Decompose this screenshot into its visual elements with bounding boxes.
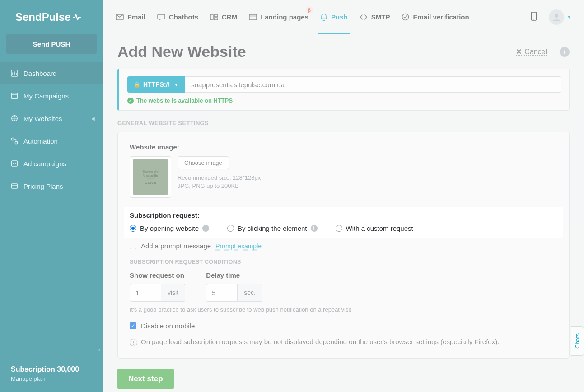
protocol-label: HTTPS:// <box>143 81 169 88</box>
sub-req-label: Subscription request: <box>130 211 557 219</box>
beta-badge: β <box>306 6 313 14</box>
info-icon[interactable]: i <box>202 225 209 232</box>
delay-label: Delay time <box>206 271 262 279</box>
top-tabs: Email Chatbots CRM Landing pagesβ Push S… <box>116 0 469 34</box>
check-circle-icon <box>402 13 409 21</box>
manage-plan-link[interactable]: Manage plan <box>11 375 92 382</box>
radio-label: By opening website <box>140 224 199 232</box>
settings-card: Website image: Savon de Marseille 〰〰 OLI… <box>117 132 570 359</box>
radio-dot-icon <box>130 225 136 232</box>
svg-rect-12 <box>214 18 218 20</box>
tab-verification[interactable]: Email verification <box>402 0 469 34</box>
lock-icon: 🔒 <box>134 81 140 88</box>
image-label: Website image: <box>130 143 557 151</box>
choose-image-button[interactable]: Choose image <box>178 156 229 169</box>
subscription-text: Subscription 30,000 <box>11 365 92 373</box>
sidebar-item-websites[interactable]: My Websites ◀ <box>0 107 103 130</box>
chevron-down-icon: ▼ <box>174 82 178 87</box>
tab-email[interactable]: Email <box>116 0 145 34</box>
prompt-message-checkbox[interactable] <box>130 243 136 249</box>
chevron-down-icon: ▼ <box>567 14 571 19</box>
radio-opening-website[interactable]: By opening website i <box>130 224 209 232</box>
website-url-input[interactable] <box>185 76 561 93</box>
caret-left-icon: ◀ <box>91 116 95 121</box>
warning-icon: ! <box>130 339 137 346</box>
tab-push[interactable]: Push <box>320 0 348 34</box>
tab-label: Landing pages <box>261 13 308 21</box>
mobile-icon[interactable] <box>531 12 537 22</box>
svg-point-6 <box>13 163 14 164</box>
tab-smtp[interactable]: SMTP <box>360 0 390 34</box>
tab-label: SMTP <box>371 13 390 21</box>
delay-column: Delay time sec. <box>206 271 262 302</box>
sidebar-item-label: Dashboard <box>23 70 56 77</box>
send-push-button[interactable]: Send PUSH <box>6 34 97 54</box>
https-status: ✓ The website is available on HTTPS <box>127 97 561 104</box>
sidebar-nav: Dashboard My Campaigns My Websites ◀ Aut… <box>0 62 103 197</box>
image-hint: Recommended size: 128*128px JPG, PNG up … <box>178 174 261 190</box>
tab-landing[interactable]: Landing pagesβ <box>249 0 308 34</box>
collapse-sidebar-icon[interactable]: ‹ <box>98 346 100 353</box>
sidebar-item-campaigns[interactable]: My Campaigns <box>0 84 103 107</box>
topbar-right: ▼ <box>531 9 571 25</box>
globe-icon <box>11 115 23 122</box>
check-icon: ✓ <box>127 98 134 104</box>
show-on-label: Show request on <box>130 271 185 279</box>
info-icon[interactable]: i <box>311 225 318 232</box>
prompt-example-link[interactable]: Prompt example <box>215 243 262 250</box>
show-on-column: Show request on visit <box>130 271 185 302</box>
radio-custom-request[interactable]: With a custom request <box>336 224 413 232</box>
delay-input[interactable] <box>206 284 238 302</box>
sidebar-item-ads[interactable]: Ad campaigns <box>0 152 103 175</box>
svg-point-16 <box>533 19 534 20</box>
visit-unit: visit <box>161 284 185 302</box>
delay-unit: sec. <box>238 284 262 302</box>
close-icon: ✕ <box>516 47 522 56</box>
help-icon[interactable]: i <box>560 47 570 57</box>
chats-tab[interactable]: Chats <box>571 326 584 356</box>
pulse-icon <box>73 13 83 21</box>
prompt-message-label: Add a prompt message <box>141 242 211 250</box>
card-icon <box>11 182 23 190</box>
megaphone-icon <box>11 160 23 167</box>
tab-label: Email verification <box>413 13 469 21</box>
avatar-icon <box>549 9 564 25</box>
cancel-link[interactable]: ✕ Cancel <box>516 47 547 56</box>
tab-label: CRM <box>222 13 237 21</box>
brand-text: SendPulse <box>15 11 71 23</box>
https-status-text: The website is available on HTTPS <box>136 97 233 104</box>
radio-clicking-element[interactable]: By clicking the element i <box>227 224 317 232</box>
cancel-label: Cancel <box>524 48 547 56</box>
sidebar-item-automation[interactable]: Automation <box>0 130 103 152</box>
dashboard-icon <box>11 70 23 77</box>
radio-dot-icon <box>227 225 234 232</box>
svg-rect-8 <box>12 184 18 188</box>
brand-logo[interactable]: SendPulse <box>0 0 103 34</box>
bell-icon <box>320 13 327 21</box>
crm-icon <box>210 14 218 20</box>
tab-chatbots[interactable]: Chatbots <box>157 0 198 34</box>
sidebar-item-label: Ad campaigns <box>23 160 66 168</box>
main-content: Add New Website ✕ Cancel i 🔒 HTTPS:// ▼ … <box>103 34 584 392</box>
svg-rect-11 <box>214 14 218 17</box>
next-step-button[interactable]: Next step <box>117 369 174 389</box>
svg-rect-10 <box>210 14 213 20</box>
visit-input[interactable] <box>130 284 161 302</box>
landing-icon <box>249 14 257 20</box>
user-menu[interactable]: ▼ <box>549 9 571 25</box>
disable-mobile-checkbox[interactable] <box>130 322 136 329</box>
sidebar-item-dashboard[interactable]: Dashboard <box>0 62 103 84</box>
tab-crm[interactable]: CRM <box>210 0 237 34</box>
sidebar-item-label: Automation <box>23 137 58 145</box>
protocol-dropdown[interactable]: 🔒 HTTPS:// ▼ <box>127 76 185 93</box>
sidebar-footer: Subscription 30,000 Manage plan <box>0 358 103 392</box>
topbar: Email Chatbots CRM Landing pagesβ Push S… <box>103 0 584 34</box>
disable-mobile-label: Disable on mobile <box>141 322 195 330</box>
sidebar-item-label: My Websites <box>23 115 62 122</box>
conditions-label: SUBSCRIPTION REQUEST CONDITIONS <box>130 259 557 265</box>
website-image-thumb[interactable]: Savon de Marseille 〰〰 OLIVE <box>130 156 171 198</box>
sidebar-item-label: Pricing Plans <box>23 182 63 190</box>
radio-dot-icon <box>336 225 342 232</box>
sidebar-item-pricing[interactable]: Pricing Plans <box>0 175 103 197</box>
envelope-icon <box>116 14 124 20</box>
